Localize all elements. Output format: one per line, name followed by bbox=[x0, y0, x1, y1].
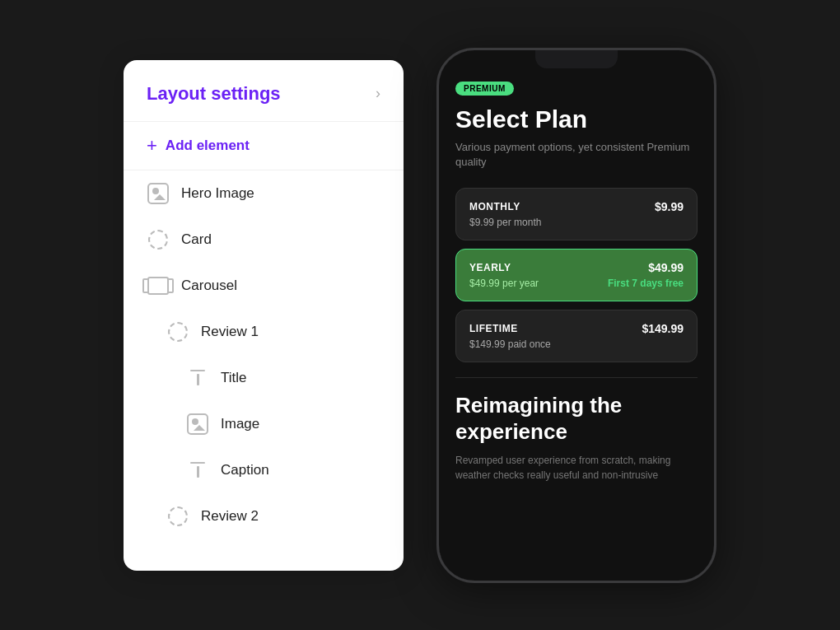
tree-item-review1[interactable]: Review 1 bbox=[124, 309, 404, 355]
phone-screen[interactable]: PREMIUM Select Plan Various payment opti… bbox=[439, 50, 714, 581]
caption-label: Caption bbox=[221, 462, 269, 478]
tree-item-hero-image[interactable]: Hero Image bbox=[124, 170, 404, 217]
plan-yearly-desc: $49.99 per year bbox=[469, 278, 539, 289]
premium-badge: PREMIUM bbox=[455, 82, 514, 96]
screen-divider bbox=[455, 377, 698, 378]
card-icon bbox=[147, 228, 170, 251]
image-label: Image bbox=[221, 416, 259, 432]
tree-item-carousel[interactable]: Carousel bbox=[124, 263, 404, 309]
review1-label: Review 1 bbox=[201, 324, 259, 340]
hero-image-label: Hero Image bbox=[181, 185, 254, 202]
plan-lifetime-price: $149.99 bbox=[642, 322, 684, 335]
reimagining-title: Reimagining the experience bbox=[455, 393, 698, 444]
plan-lifetime-desc: $149.99 paid once bbox=[469, 338, 551, 350]
plus-icon: + bbox=[147, 137, 157, 155]
chevron-right-icon[interactable]: › bbox=[376, 85, 380, 102]
tree-item-image[interactable]: Image bbox=[124, 401, 404, 447]
review2-label: Review 2 bbox=[201, 508, 259, 525]
plan-yearly-free-badge: First 7 days free bbox=[608, 278, 684, 289]
panel-title: Layout settings bbox=[147, 83, 281, 105]
hero-image-icon bbox=[147, 182, 170, 205]
plan-monthly-top-row: MONTHLY $9.99 bbox=[469, 200, 684, 213]
phone-notch bbox=[535, 50, 618, 68]
add-element-label: Add element bbox=[166, 138, 250, 154]
reimagining-desc: Revamped user experience from scratch, m… bbox=[455, 453, 698, 483]
plan-yearly-name: YEARLY bbox=[469, 262, 511, 273]
tree-item-review2[interactable]: Review 2 bbox=[124, 493, 404, 539]
plan-lifetime-name: LIFETIME bbox=[469, 323, 518, 334]
plan-monthly-price: $9.99 bbox=[655, 200, 684, 213]
caption-icon bbox=[186, 459, 209, 482]
plan-monthly-name: MONTHLY bbox=[469, 201, 520, 212]
phone-mockup: PREMIUM Select Plan Various payment opti… bbox=[436, 48, 716, 583]
tree-item-card[interactable]: Card bbox=[124, 217, 404, 263]
plan-lifetime-sub-row: $149.99 paid once bbox=[469, 338, 684, 350]
tree-item-title[interactable]: Title bbox=[124, 355, 404, 401]
select-plan-subtitle: Various payment options, yet consistent … bbox=[455, 140, 698, 170]
title-label: Title bbox=[221, 370, 247, 386]
plan-yearly-price: $49.99 bbox=[648, 261, 684, 274]
tree-item-caption[interactable]: Caption bbox=[124, 447, 404, 493]
plan-yearly-sub-row: $49.99 per year First 7 days free bbox=[469, 278, 684, 289]
screen-content: PREMIUM Select Plan Various payment opti… bbox=[439, 50, 714, 502]
plan-card-monthly[interactable]: MONTHLY $9.99 $9.99 per month bbox=[455, 188, 698, 240]
review1-icon bbox=[166, 320, 189, 343]
plan-card-lifetime[interactable]: LIFETIME $149.99 $149.99 paid once bbox=[455, 310, 698, 362]
plan-monthly-desc: $9.99 per month bbox=[469, 217, 541, 228]
carousel-icon bbox=[147, 274, 170, 297]
plan-card-yearly[interactable]: YEARLY $49.99 $49.99 per year First 7 da… bbox=[455, 249, 698, 301]
plan-monthly-sub-row: $9.99 per month bbox=[469, 217, 684, 228]
add-element-button[interactable]: + Add element bbox=[124, 122, 404, 170]
panel-header: Layout settings › bbox=[124, 60, 404, 122]
review2-icon bbox=[166, 505, 189, 528]
card-label: Card bbox=[181, 231, 212, 248]
plan-lifetime-top-row: LIFETIME $149.99 bbox=[469, 322, 684, 335]
carousel-label: Carousel bbox=[181, 278, 237, 294]
title-icon bbox=[186, 366, 209, 390]
image-icon bbox=[186, 413, 209, 436]
plan-yearly-top-row: YEARLY $49.99 bbox=[469, 261, 684, 274]
select-plan-title: Select Plan bbox=[455, 105, 698, 134]
phone-outer: PREMIUM Select Plan Various payment opti… bbox=[436, 48, 716, 583]
layout-settings-panel: Layout settings › + Add element Hero Ima… bbox=[124, 60, 404, 571]
